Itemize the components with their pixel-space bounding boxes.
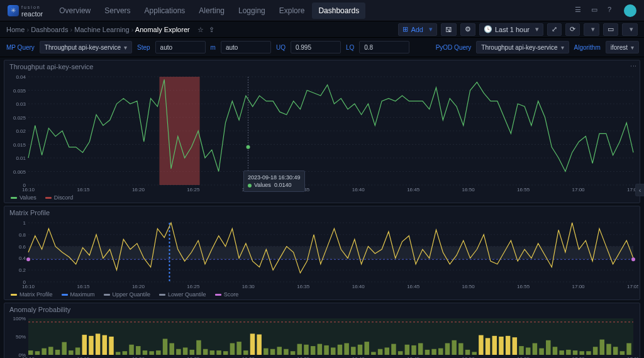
nav-servers[interactable]: Servers [98,3,136,19]
panel-title: Anomaly Probability [4,303,640,316]
svg-rect-95 [216,350,221,355]
news-icon[interactable]: ☰ [575,6,585,16]
algo-select[interactable]: iforest▾ [606,41,639,53]
clock-icon: 🕓 [484,25,492,33]
svg-rect-114 [344,343,348,355]
svg-rect-136 [492,336,497,355]
nav-alerting[interactable]: Alerting [192,3,231,19]
step-input[interactable]: auto [155,41,206,53]
panel-anomaly-probability: Anomaly Probability 0%50%100%16:1016:151… [4,303,640,358]
svg-rect-68 [35,351,40,355]
svg-rect-131 [458,343,463,355]
svg-rect-130 [452,340,456,355]
nav-overview[interactable]: Overview [53,3,97,19]
time-range-picker[interactable]: 🕓 Last 1 hour ▾ [479,23,543,36]
legend-item[interactable]: Matrix Profile [11,291,53,298]
svg-text:16:25: 16:25 [187,284,200,289]
nav-explore[interactable]: Explore [273,3,311,19]
panel-legend: Matrix ProfileMaximumUpper QuantileLower… [4,289,640,299]
mp-query-select[interactable]: Throughput api-key-service▾ [40,41,132,53]
share-icon[interactable]: ⇪ [209,26,216,33]
svg-rect-124 [411,345,416,355]
star-icon[interactable]: ☆ [197,26,205,33]
svg-text:0.4: 0.4 [19,255,26,261]
panel-title: Throughput api-key-service [4,60,640,73]
breadcrumb-anomaly-explorer[interactable]: Anomaly Explorer [135,26,190,33]
legend-item[interactable]: Upper Quantile [104,291,151,298]
legend-item[interactable]: Discord [45,194,74,201]
panel-add-icon: ⊞ [402,25,408,33]
legend-item[interactable]: Maximum [62,291,95,298]
breadcrumb-dashboards[interactable]: Dashboards [31,26,68,33]
svg-rect-127 [431,349,436,355]
uq-input[interactable]: 0.995 [291,41,341,53]
monitor-icon[interactable]: ▭ [591,6,601,16]
algo-label: Algorithm [573,44,602,51]
svg-rect-133 [472,352,476,355]
svg-text:16:15: 16:15 [77,284,90,289]
svg-rect-103 [270,349,275,355]
refresh-interval[interactable]: ▾ [584,23,599,36]
svg-rect-102 [264,349,268,355]
svg-rect-150 [586,351,591,355]
svg-rect-129 [445,343,450,355]
svg-rect-93 [203,349,208,355]
refresh-icon[interactable]: ⟳ [565,23,580,36]
nav-applications[interactable]: Applications [138,3,192,19]
add-button[interactable]: ⊞ Add ▾ [398,23,437,36]
nav-dashboards[interactable]: Dashboards [312,3,365,19]
svg-rect-135 [486,338,490,355]
lq-input[interactable]: 0.8 [359,41,409,53]
svg-text:17:05: 17:05 [627,284,638,289]
m-input[interactable]: auto [221,41,271,53]
svg-rect-123 [405,345,409,355]
chart-matrix-profile[interactable]: 00.20.40.60.8116:1016:1516:2016:2516:301… [4,219,640,289]
nav-logging[interactable]: Logging [232,3,272,19]
legend-item[interactable]: Score [215,291,239,298]
svg-rect-78 [103,335,107,355]
svg-text:0.005: 0.005 [13,169,26,175]
save-icon[interactable]: 🖫 [441,23,457,36]
svg-rect-106 [291,351,295,355]
panel-title: Matrix Profile [4,206,640,219]
user-avatar[interactable] [624,4,636,17]
chart-anomaly-probability[interactable]: 0%50%100%16:1016:1516:2016:2516:3016:351… [4,316,640,358]
svg-text:16:45: 16:45 [407,187,420,193]
svg-text:0.025: 0.025 [13,115,26,121]
svg-text:16:35: 16:35 [297,284,310,289]
side-expand-tab[interactable]: ‹ [635,184,644,196]
settings-icon[interactable]: ⚙ [460,23,475,36]
svg-rect-70 [48,347,53,355]
svg-rect-105 [284,349,288,355]
svg-rect-82 [129,345,133,355]
svg-rect-107 [297,344,302,355]
svg-text:0.035: 0.035 [13,88,26,94]
breadcrumb-machine-learning[interactable]: Machine Learning [74,26,129,33]
breadcrumb-home[interactable]: Home [6,26,25,33]
svg-rect-75 [82,335,87,355]
panel-menu-icon[interactable]: ⋮ [630,63,637,69]
svg-rect-156 [626,343,631,355]
svg-rect-111 [324,345,328,355]
svg-rect-112 [331,347,335,355]
svg-text:16:30: 16:30 [242,284,255,289]
svg-rect-89 [176,349,180,355]
legend-item[interactable]: Values [11,194,36,201]
more-icon[interactable]: ▾ [622,23,638,36]
zoom-out-icon[interactable]: ⤢ [547,23,562,36]
help-icon[interactable]: ? [608,6,618,16]
svg-rect-85 [149,351,153,355]
svg-rect-72 [62,342,66,355]
svg-rect-108 [304,345,308,355]
chart-throughput[interactable]: 00.0050.010.0150.020.0250.030.0350.0416:… [4,73,640,193]
svg-rect-132 [465,350,470,355]
svg-text:16:50: 16:50 [462,187,475,193]
legend-item[interactable]: Lower Quantile [159,291,206,298]
svg-text:17:00: 17:00 [572,187,586,193]
kiosk-icon[interactable]: ▭ [603,23,618,36]
svg-rect-137 [499,337,503,355]
svg-text:0.015: 0.015 [13,142,26,148]
panel-matrix-profile: Matrix Profile 00.20.40.60.8116:1016:151… [4,206,640,300]
breadcrumb-bar: Home › Dashboards › Machine Learning › A… [0,21,644,38]
pyod-select[interactable]: Throughput api-key-service▾ [476,41,569,53]
